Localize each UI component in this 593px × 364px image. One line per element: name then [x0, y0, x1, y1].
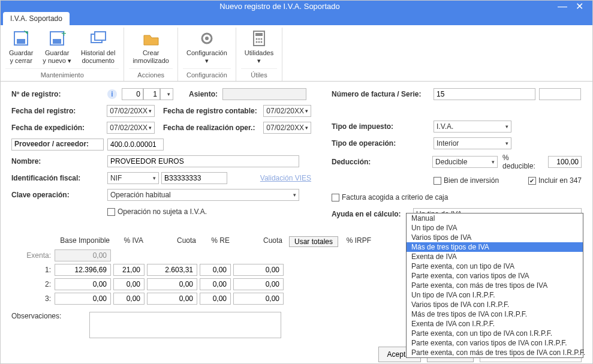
col-base: Base Imponible [55, 236, 113, 247]
input-nregistro-a[interactable] [122, 88, 143, 100]
col-pctirpf: % IRPF [341, 236, 375, 247]
dropdown-option[interactable]: Parte exenta, con más de tres tipos de I… [407, 348, 583, 357]
label-fecha-exped: Fecha de expedición: [11, 124, 107, 132]
cell-cuota2[interactable] [233, 264, 284, 276]
dropdown-option[interactable]: Parte exenta, con un tipo de IVA [407, 261, 583, 271]
input-idfiscal-num[interactable] [161, 172, 227, 184]
svg-rect-3 [53, 39, 61, 44]
select-deduccion[interactable]: Deducible [432, 156, 498, 168]
cell-base[interactable] [55, 264, 111, 276]
dropdown-option[interactable]: Varios tipos de IVA con I.R.P.F. [407, 300, 583, 309]
cell-pctre[interactable] [200, 278, 231, 290]
label-tipo-oper: Tipo de operación: [332, 139, 434, 148]
input-observaciones[interactable] [89, 312, 281, 338]
check-criterio-caja[interactable]: Factura acogida a criterio de caja [332, 193, 448, 201]
input-nregistro-b[interactable] [143, 88, 160, 100]
create-asset-button[interactable]: Crearinmovilizado [129, 28, 173, 66]
fecha-exped-input[interactable]: 07/02/20XX [107, 122, 155, 134]
dropdown-option[interactable]: Parte exenta, con varios tipos de IVA [407, 271, 583, 281]
label-pct-deducible: % deducible: [502, 154, 543, 170]
utilities-button[interactable]: Utilidades▾ [241, 28, 277, 66]
label-nregistro: Nº de registro: [11, 90, 107, 98]
fecha-realiz-input[interactable]: 07/02/20XX [263, 122, 311, 134]
cell-cuota[interactable] [147, 264, 197, 276]
configuration-button[interactable]: Configuración▾ [183, 28, 231, 66]
dropdown-option[interactable]: Más de tres tipos de IVA con I.R.P.F. [407, 309, 583, 319]
cell-pctiva[interactable] [113, 264, 145, 276]
label-idfiscal: Identificación fiscal: [11, 174, 107, 182]
cell-base[interactable] [55, 249, 111, 261]
dropdown-option[interactable]: Varios tipos de IVA [407, 233, 583, 242]
dropdown-option[interactable]: Un tipo de IVA [407, 223, 583, 233]
fecha-registro-input[interactable]: 07/02/20XX [107, 105, 155, 117]
dropdown-option[interactable]: Exenta de IVA con I.R.P.F. [407, 319, 583, 329]
col-pctre: % RE [200, 236, 233, 247]
svg-point-16 [260, 41, 262, 43]
select-tipo-oper[interactable]: Interior [434, 137, 511, 149]
cell-cuota[interactable] [147, 293, 197, 305]
check-no-sujeta[interactable]: Operación no sujeta a I.V.A. [107, 207, 207, 216]
cell-pctiva[interactable] [113, 293, 145, 305]
label-ayuda-calculo: Ayuda en el cálculo: [332, 210, 413, 218]
ribbon-group-acciones: Acciones [129, 68, 173, 81]
select-idfiscal-tipo[interactable]: NIF [107, 172, 159, 184]
dropdown-option[interactable]: Manual [407, 213, 583, 223]
dropdown-option[interactable]: Parte exenta, con varios tipos de IVA co… [407, 338, 583, 348]
label-tipo-impuesto: Tipo de impuesto: [332, 122, 434, 131]
select-tipo-impuesto[interactable]: I.V.A. [434, 121, 511, 133]
close-button[interactable]: ✕ [571, 1, 588, 12]
input-numfactura[interactable] [434, 88, 535, 100]
dropdown-option[interactable]: Un tipo de IVA con I.R.P.F. [407, 290, 583, 300]
input-pct-deducible[interactable] [548, 156, 582, 168]
svg-point-11 [255, 38, 257, 40]
history-button[interactable]: Historial deldocumento [77, 28, 119, 66]
select-clave[interactable]: Operación habitual [107, 189, 299, 201]
dropdown-option[interactable]: Más de tres tipos de IVA [407, 242, 583, 252]
nregistro-dropdown[interactable] [160, 88, 173, 100]
proveedor-button[interactable]: Proveedor / acreedor: [11, 139, 104, 151]
input-proveedor-code[interactable] [107, 139, 164, 151]
info-icon[interactable]: i [107, 89, 117, 99]
minimize-button[interactable]: — [554, 1, 571, 12]
cell-pctre[interactable] [200, 293, 231, 305]
ribbon-group-configuracion: Configuración [183, 68, 231, 81]
dropdown-option[interactable]: Parte exenta, con más de tres tipos de I… [407, 281, 583, 290]
label-observaciones: Observaciones: [11, 312, 89, 320]
svg-text:+: + [61, 29, 66, 38]
input-asiento[interactable] [222, 88, 306, 100]
usar-totales-button[interactable]: Usar totales [289, 236, 338, 247]
save-new-button[interactable]: + Guardary nuevo ▾ [39, 28, 75, 66]
cell-base[interactable] [55, 278, 111, 290]
cell-pctre[interactable] [200, 264, 231, 276]
folder-plus-icon [142, 29, 161, 48]
col-pctiva: % IVA [113, 236, 147, 247]
save-close-button[interactable]: Guardary cerrar [5, 28, 37, 66]
calculator-icon [249, 29, 269, 48]
cell-pctiva[interactable] [113, 278, 145, 290]
col-cuota2: Cuota [233, 236, 286, 247]
svg-rect-10 [255, 33, 263, 36]
dropdown-option[interactable]: Exenta de IVA [407, 252, 583, 261]
ribbon-tab-iva[interactable]: I.V.A. Soportado [3, 12, 70, 25]
window-title: Nuevo registro de I.V.A. Soportado [5, 2, 554, 11]
check-bien-inversion[interactable]: Bien de inversión [434, 176, 499, 185]
input-nombre[interactable] [107, 155, 299, 167]
cell-cuota[interactable] [147, 278, 197, 290]
cell-base[interactable] [55, 293, 111, 305]
input-serie[interactable] [539, 88, 581, 100]
ayuda-calculo-dropdown-list[interactable]: ManualUn tipo de IVAVarios tipos de IVAM… [406, 213, 583, 358]
label-deduccion: Deducción: [332, 158, 432, 166]
cell-cuota2[interactable] [233, 293, 284, 305]
cell-cuota2[interactable] [233, 278, 284, 290]
check-incluir-347[interactable]: ✔Incluir en 347 [528, 176, 582, 185]
label-fecha-registro: Fecha del registro: [11, 107, 107, 115]
svg-rect-6 [95, 32, 106, 40]
gear-icon [197, 29, 216, 48]
fecha-contable-input[interactable]: 07/02/20XX [263, 105, 311, 117]
link-vies[interactable]: Validación VIES [260, 174, 311, 182]
svg-point-13 [260, 38, 262, 40]
label-numfactura: Número de factura / Serie: [332, 90, 434, 98]
label-fecha-contable: Fecha de registro contable: [163, 107, 263, 115]
dropdown-option[interactable]: Parte exenta, con un tipo de IVA con I.R… [407, 329, 583, 338]
label-nombre: Nombre: [11, 157, 107, 166]
